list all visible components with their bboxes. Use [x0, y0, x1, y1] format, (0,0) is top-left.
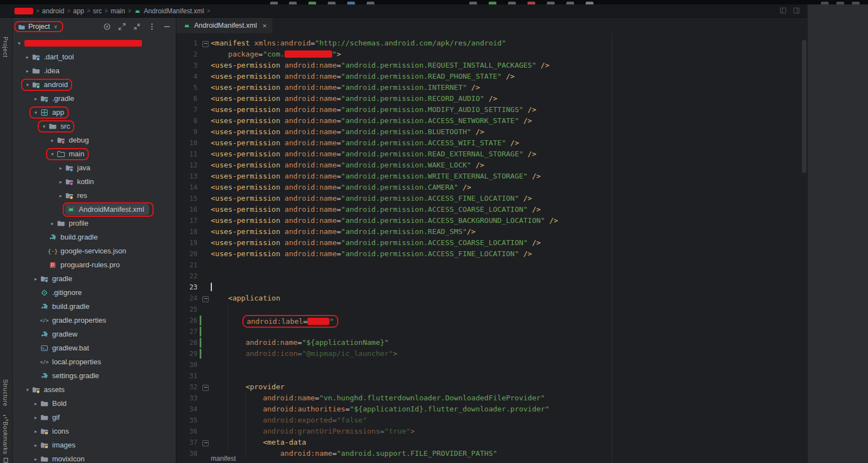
collapse-all-icon[interactable]	[133, 22, 141, 31]
code-line-6[interactable]: 6<uses-permission android:name="android.…	[176, 93, 807, 104]
tool-stripe-project[interactable]: Project	[2, 37, 9, 58]
tree-item-local-properties[interactable]: </>local.properties	[12, 355, 176, 369]
code-line-34[interactable]: 34 android:authorities="${applicationId}…	[176, 404, 807, 415]
code-line-17[interactable]: 17<uses-permission android:name="android…	[176, 215, 807, 226]
breadcrumb-item-androidmanifest-xml[interactable]: AndroidManifest.xml	[134, 7, 204, 15]
tree-chevron-icon[interactable]: ▾	[23, 82, 32, 88]
tree-item-res[interactable]: ▸res	[12, 189, 176, 202]
tree-item-movixicon[interactable]: ▸movixIcon	[12, 452, 176, 463]
code-line-15[interactable]: 15<uses-permission android:name="android…	[176, 193, 807, 204]
code-line-30[interactable]: 30	[176, 359, 807, 370]
tree-item-androidmanifest-xml[interactable]: AndroidManifest.xml	[12, 202, 176, 216]
tree-chevron-icon[interactable]: ▸	[32, 401, 40, 406]
code-editor[interactable]: 1<manifest xmlns:android="http://schemas…	[176, 33, 807, 463]
expand-all-icon[interactable]	[118, 22, 126, 31]
tree-item-gradlew-bat[interactable]: gradlew.bat	[12, 341, 176, 355]
fold-icon[interactable]	[202, 385, 209, 391]
code-line-23[interactable]: 23	[176, 282, 807, 293]
tree-chevron-icon[interactable]: ▸	[57, 165, 65, 171]
tree-item-settings-gradle[interactable]: settings.gradle	[12, 369, 176, 383]
tree-item-android[interactable]: ▾android	[12, 78, 176, 91]
more-options-icon[interactable]	[148, 22, 156, 31]
tree-chevron-icon[interactable]: ▸	[48, 221, 57, 226]
code-line-8[interactable]: 8<uses-permission android:name="android.…	[176, 115, 807, 126]
tree-item-main[interactable]: ▾main	[12, 147, 176, 161]
bookmarks-icon[interactable]	[2, 457, 10, 463]
structure-icon[interactable]	[2, 414, 10, 422]
code-line-22[interactable]: 22	[176, 271, 807, 282]
code-line-38[interactable]: 38 android:name="android.support.FILE_PR…	[176, 448, 807, 459]
fold-icon[interactable]	[202, 296, 209, 302]
code-line-1[interactable]: 1<manifest xmlns:android="http://schemas…	[176, 38, 807, 49]
code-line-24[interactable]: 24 <application	[176, 293, 807, 304]
tree-chevron-icon[interactable]: ▸	[23, 54, 32, 60]
tree-item-src[interactable]: ▾src	[12, 119, 176, 133]
code-line-25[interactable]: 25	[176, 304, 807, 315]
code-line-35[interactable]: 35 android:exported="false"	[176, 415, 807, 426]
code-line-29[interactable]: 29 android:icon="@mipmap/ic_launcher">	[176, 348, 807, 359]
tree-chevron-icon[interactable]: ▾	[15, 40, 23, 46]
tree-item-google-services-json[interactable]: {·}google-services.json	[12, 244, 176, 258]
code-line-31[interactable]: 31	[176, 370, 807, 381]
code-line-33[interactable]: 33 android:name="vn.hunghd.flutterdownlo…	[176, 393, 807, 404]
tree-chevron-icon[interactable]: ▸	[23, 68, 32, 74]
tree-chevron-icon[interactable]: ▸	[48, 138, 57, 143]
tree-item-debug[interactable]: ▸debug	[12, 133, 176, 147]
code-line-20[interactable]: 20<uses-permission android:name="android…	[176, 248, 807, 260]
scrollbar[interactable]	[802, 40, 806, 173]
tree-item-root-redacted[interactable]: ▾	[12, 36, 176, 50]
fold-icon[interactable]	[202, 440, 209, 446]
tool-stripe-bookmarks[interactable]: Bookmarks	[2, 421, 9, 455]
tree-item-profile[interactable]: ▸profile	[12, 216, 176, 230]
code-line-14[interactable]: 14<uses-permission android:name="android…	[176, 182, 807, 193]
code-line-36[interactable]: 36 android:grantUriPermissions="true">	[176, 426, 807, 437]
code-line-28[interactable]: 28 android:name="${applicationName}"	[176, 337, 807, 348]
tree-chevron-icon[interactable]: ▸	[32, 442, 40, 448]
tree-item-build-gradle[interactable]: build.gradle	[12, 230, 176, 244]
close-icon[interactable]: ×	[262, 22, 267, 30]
breadcrumb-item-src[interactable]: src	[93, 7, 102, 15]
project-view-selector[interactable]: Project ∨	[14, 21, 63, 32]
tree-chevron-icon[interactable]: ▸	[32, 429, 40, 434]
tree-item-app[interactable]: ▾app	[12, 105, 176, 119]
code-line-37[interactable]: 37 <meta-data	[176, 437, 807, 448]
code-line-3[interactable]: 3<uses-permission android:name="android.…	[176, 60, 807, 71]
tree-item-proguard-rules-pro[interactable]: proguard-rules.pro	[12, 258, 176, 272]
code-line-16[interactable]: 16<uses-permission android:name="android…	[176, 204, 807, 215]
tree-item-idea[interactable]: ▸.idea	[12, 64, 176, 78]
tab-androidmanifest-xml[interactable]: AndroidManifest.xml ×	[176, 18, 272, 33]
tree-item-build-gradle[interactable]: build.gradle	[12, 299, 176, 313]
code-line-9[interactable]: 9<uses-permission android:name="android.…	[176, 126, 807, 138]
tree-chevron-icon[interactable]: ▸	[32, 415, 40, 420]
tree-chevron-icon[interactable]: ▸	[32, 456, 40, 462]
tree-chevron-icon[interactable]: ▸	[32, 96, 40, 101]
code-line-19[interactable]: 19<uses-permission android:name="android…	[176, 237, 807, 248]
tree-item-gradle[interactable]: ▸.gradle	[12, 91, 176, 105]
tree-chevron-icon[interactable]: ▾	[40, 124, 48, 129]
tree-chevron-icon[interactable]: ▾	[48, 151, 57, 157]
tree-item-java[interactable]: ▸java	[12, 161, 176, 175]
hide-panel-icon[interactable]	[163, 22, 171, 31]
fold-icon[interactable]	[202, 41, 209, 47]
code-line-18[interactable]: 18<uses-permission android:name="android…	[176, 226, 807, 237]
tree-item-dart-tool[interactable]: ▸.dart_tool	[12, 50, 176, 64]
code-line-32[interactable]: 32 <provider	[176, 381, 807, 393]
code-line-4[interactable]: 4<uses-permission android:name="android.…	[176, 71, 807, 82]
tree-chevron-icon[interactable]: ▸	[57, 193, 65, 199]
tree-chevron-icon[interactable]: ▾	[23, 387, 32, 393]
code-line-12[interactable]: 12<uses-permission android:name="android…	[176, 160, 807, 171]
tree-item-images[interactable]: ▸images	[12, 438, 176, 452]
tree-chevron-icon[interactable]: ▸	[32, 276, 40, 282]
tree-item-gif[interactable]: ▸gif	[12, 410, 176, 424]
code-line-26[interactable]: 26 android:label="	[176, 315, 807, 326]
breadcrumb-manifest[interactable]: manifest	[207, 454, 240, 463]
code-line-2[interactable]: 2 package="com.">	[176, 49, 807, 60]
layout-left-icon[interactable]	[779, 7, 787, 16]
tree-chevron-icon[interactable]: ▸	[57, 179, 65, 185]
tree-item-gradle[interactable]: ▸gradle	[12, 272, 176, 286]
code-line-13[interactable]: 13<uses-permission android:name="android…	[176, 171, 807, 182]
tool-stripe-structure[interactable]: Structure	[2, 379, 9, 406]
tree-item-gradlew[interactable]: gradlew	[12, 327, 176, 341]
tree-item-assets[interactable]: ▾assets	[12, 383, 176, 396]
code-line-11[interactable]: 11<uses-permission android:name="android…	[176, 149, 807, 160]
